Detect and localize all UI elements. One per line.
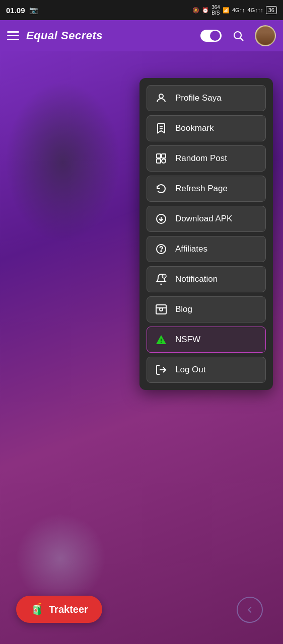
svg-point-2 (159, 94, 163, 98)
svg-point-13 (161, 251, 162, 252)
menu-item-affiliates[interactable]: Affiliates (147, 236, 266, 262)
status-left: 01.09 📷 (6, 6, 38, 15)
battery-icon: 36 (266, 6, 277, 14)
status-right: 🔕 ⏰ 364B/S 📶 4G↑↑ 4G↑↑↑ 36 (192, 5, 277, 16)
toolbar: Equal Secrets (0, 20, 283, 51)
user-avatar[interactable] (255, 25, 276, 46)
hamburger-menu[interactable] (7, 31, 19, 40)
menu-label-refresh-page: Refresh Page (175, 184, 228, 194)
svg-rect-15 (156, 305, 166, 314)
bg-figure-1 (5, 82, 121, 243)
wifi-icon: 📶 (223, 7, 230, 14)
profile-icon (154, 91, 168, 105)
menu-label-blog: Blog (175, 304, 192, 314)
search-button[interactable] (229, 26, 248, 45)
refresh-icon (154, 182, 168, 196)
menu-item-bookmark[interactable]: Bookmark (147, 115, 266, 141)
nsfw-icon: ! (154, 333, 168, 347)
menu-label-nsfw: NSFW (175, 335, 200, 345)
signal-4g-2: 4G↑↑↑ (248, 7, 263, 13)
mute-icon: 🔕 (192, 7, 199, 14)
trakteer-icon: 🧃 (30, 603, 44, 616)
menu-item-blog[interactable]: Blog (147, 296, 266, 323)
time-display: 01.09 (6, 6, 25, 15)
blog-icon (154, 302, 168, 316)
menu-item-nsfw[interactable]: ! NSFW (147, 327, 266, 353)
menu-item-download-apk[interactable]: Download APK (147, 206, 266, 232)
status-bar: 01.09 📷 🔕 ⏰ 364B/S 📶 4G↑↑ 4G↑↑↑ 36 (0, 0, 283, 20)
menu-item-profile[interactable]: Profile Saya (147, 85, 266, 111)
affiliates-icon (154, 242, 168, 256)
menu-label-profile: Profile Saya (175, 93, 222, 103)
random-post-icon (154, 151, 168, 166)
menu-label-random-post: Random Post (175, 153, 227, 164)
menu-label-notification: Notification (175, 274, 218, 284)
dropdown-menu: Profile Saya Bookmark Random Post (139, 78, 273, 390)
svg-rect-5 (157, 154, 161, 158)
bookmark-icon (154, 121, 168, 135)
app-title: Equal Secrets (26, 29, 193, 42)
svg-rect-6 (162, 154, 166, 158)
svg-point-14 (162, 274, 166, 278)
bg-figure-2 (15, 513, 106, 604)
scroll-to-top-button[interactable] (237, 597, 263, 623)
menu-item-refresh-page[interactable]: Refresh Page (147, 176, 266, 202)
avatar-image (256, 27, 274, 45)
menu-label-logout: Log Out (175, 365, 206, 375)
theme-toggle[interactable] (200, 30, 222, 42)
data-usage: 364B/S (211, 5, 220, 16)
menu-item-notification[interactable]: Notification (147, 266, 266, 292)
menu-label-download-apk: Download APK (175, 214, 232, 224)
svg-line-1 (241, 38, 244, 41)
menu-item-random-post[interactable]: Random Post (147, 145, 266, 172)
notification-icon (154, 272, 168, 286)
instagram-icon: 📷 (29, 6, 38, 14)
trakteer-label: Trakteer (49, 604, 88, 615)
signal-4g-1: 4G↑↑ (232, 7, 245, 13)
toggle-circle (210, 31, 220, 41)
alarm-icon: ⏰ (202, 7, 209, 14)
menu-label-affiliates: Affiliates (175, 244, 207, 254)
svg-rect-7 (157, 159, 161, 163)
trakteer-button[interactable]: 🧃 Trakteer (16, 596, 102, 623)
menu-item-logout[interactable]: Log Out (147, 357, 266, 383)
svg-point-0 (234, 32, 241, 39)
logout-icon (154, 363, 168, 377)
menu-label-bookmark: Bookmark (175, 123, 214, 133)
download-icon (154, 212, 168, 226)
svg-text:!: ! (160, 338, 162, 344)
